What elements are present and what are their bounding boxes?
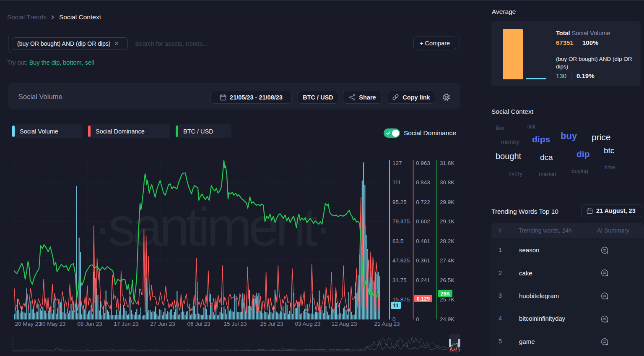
svg-text:15 Jul 23: 15 Jul 23 — [224, 321, 247, 327]
svg-text:03 Aug 23: 03 Aug 23 — [295, 321, 321, 327]
svg-text:0.602: 0.602 — [416, 218, 430, 225]
svg-text:0.481: 0.481 — [416, 238, 430, 244]
svg-text:111: 111 — [392, 179, 401, 186]
svg-text:27.4K: 27.4K — [440, 257, 454, 264]
svg-text:29.1K: 29.1K — [440, 218, 454, 225]
svg-text:24.9K: 24.9K — [440, 316, 454, 322]
svg-text:47.625: 47.625 — [392, 257, 410, 264]
svg-text:12 Aug 23: 12 Aug 23 — [332, 321, 357, 327]
svg-text:0.843: 0.843 — [416, 179, 430, 186]
svg-text:0.963: 0.963 — [416, 160, 430, 166]
svg-text:06 Jul 23: 06 Jul 23 — [187, 321, 210, 327]
svg-text:0.241: 0.241 — [416, 277, 430, 283]
svg-text:17 Jun 23: 17 Jun 23 — [114, 321, 138, 327]
svg-text:127: 127 — [392, 160, 402, 166]
svg-text:31.75: 31.75 — [392, 277, 407, 283]
svg-text:79.375: 79.375 — [392, 218, 410, 225]
svg-text:26.5K: 26.5K — [440, 277, 454, 283]
svg-text:27 Jun 23: 27 Jun 23 — [150, 321, 175, 327]
svg-text:25 Jul 23: 25 Jul 23 — [260, 321, 283, 327]
svg-text:31.6K: 31.6K — [440, 160, 454, 166]
svg-text:21 Aug 23: 21 Aug 23 — [374, 321, 400, 327]
svg-text:26K: 26K — [441, 291, 450, 297]
svg-text:0.722: 0.722 — [416, 199, 430, 205]
svg-text:11: 11 — [393, 303, 398, 309]
svg-text:95.25: 95.25 — [392, 199, 407, 205]
svg-text:·santiment·: ·santiment· — [93, 196, 329, 257]
svg-text:0.361: 0.361 — [416, 257, 430, 264]
svg-text:30 May 23: 30 May 23 — [39, 321, 65, 327]
svg-text:63.5: 63.5 — [392, 238, 403, 244]
svg-text:08 Jun 23: 08 Jun 23 — [77, 321, 102, 327]
svg-text:15.875: 15.875 — [392, 296, 410, 303]
svg-text:0: 0 — [416, 316, 419, 322]
svg-text:29.9K: 29.9K — [440, 199, 454, 205]
svg-text:25.7K: 25.7K — [440, 296, 454, 303]
svg-text:0.129: 0.129 — [417, 296, 430, 302]
svg-text:20 May 23: 20 May 23 — [15, 321, 41, 327]
svg-text:28.2K: 28.2K — [440, 238, 454, 244]
svg-text:30.8K: 30.8K — [440, 179, 454, 186]
